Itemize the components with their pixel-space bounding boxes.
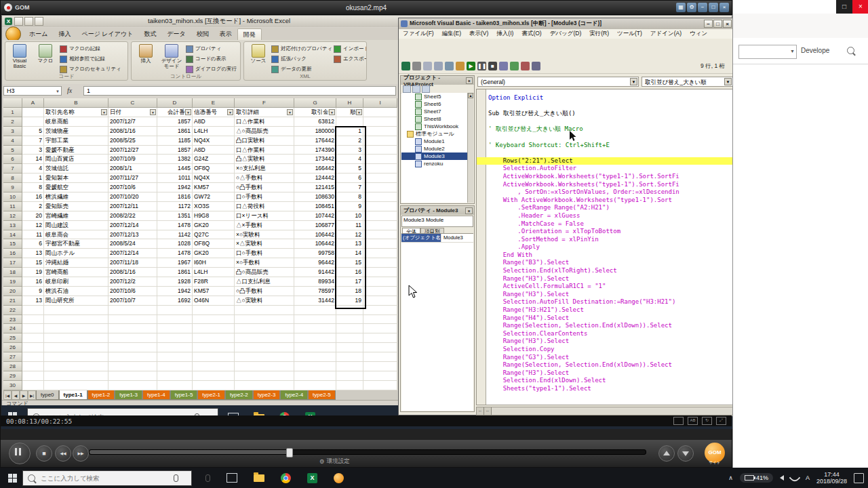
- cell[interactable]: 31442: [294, 296, 336, 306]
- cell[interactable]: Q27C: [193, 230, 235, 240]
- save-icon[interactable]: [14, 17, 23, 26]
- code-line[interactable]: Range(Selection, Selection.End(xlDown)).…: [488, 322, 732, 330]
- cell[interactable]: A8D: [193, 146, 235, 155]
- visual-basic-button[interactable]: Visual Basic: [7, 43, 32, 73]
- row-header-26[interactable]: 26: [3, 343, 22, 352]
- close-icon[interactable]: ×: [852, 0, 868, 14]
- cell[interactable]: 2: [22, 202, 44, 211]
- expansion-packs-button[interactable]: 拡張パック: [271, 54, 332, 64]
- code-line[interactable]: With ActiveWorkbook.Worksheets("type1-1"…: [488, 197, 732, 205]
- cell[interactable]: [157, 371, 193, 381]
- cell[interactable]: [363, 221, 397, 230]
- row-header-11[interactable]: 11: [3, 202, 22, 211]
- filter-button[interactable]: ▼: [150, 109, 156, 115]
- vba-toolbar-icon-6[interactable]: ▶: [467, 62, 475, 70]
- cell[interactable]: 2007/10/6: [108, 183, 157, 192]
- cell[interactable]: [44, 352, 108, 362]
- cell[interactable]: 176442: [294, 136, 336, 146]
- project-item-Sheet6[interactable]: Sheet6: [401, 100, 468, 108]
- cell[interactable]: 17: [336, 277, 363, 287]
- cell[interactable]: [193, 352, 235, 362]
- cell[interactable]: [363, 136, 397, 146]
- cell[interactable]: 口○手数料: [235, 249, 294, 258]
- maximize-icon[interactable]: □: [836, 0, 852, 14]
- vba-menu-7[interactable]: ツール(T): [613, 30, 646, 38]
- code-line[interactable]: ActiveCell.FormulaR1C1 = "1": [488, 283, 732, 291]
- cell[interactable]: 91442: [294, 268, 336, 277]
- cell[interactable]: [363, 343, 397, 352]
- vba-toolbar-icon-1[interactable]: [412, 62, 421, 70]
- cell[interactable]: 16: [22, 192, 44, 202]
- cell[interactable]: [157, 333, 193, 343]
- code-line[interactable]: .MatchCase = False: [488, 220, 732, 228]
- cell[interactable]: [157, 381, 193, 390]
- sheet-tab-type0[interactable]: type0: [36, 390, 59, 400]
- cell[interactable]: 信憑番号▼: [193, 108, 235, 117]
- cell[interactable]: [22, 381, 44, 390]
- cell[interactable]: 愛知販売: [44, 202, 108, 211]
- code-editor[interactable]: Option Explicit Sub 取引並び替え_大きい順() ' 取引並び…: [476, 89, 732, 405]
- cell[interactable]: KM57: [193, 287, 235, 296]
- cell[interactable]: [44, 333, 108, 343]
- task-view-button[interactable]: [226, 473, 237, 483]
- cell[interactable]: 19: [336, 296, 363, 306]
- property-name[interactable]: (オブジェクト名): [401, 234, 441, 242]
- cell[interactable]: [108, 381, 157, 390]
- cell[interactable]: [157, 343, 193, 352]
- cell[interactable]: 3: [22, 146, 44, 155]
- export-button[interactable]: エクスポート: [334, 54, 366, 64]
- screen-mode-icon[interactable]: [673, 417, 684, 425]
- cell[interactable]: 19: [22, 268, 44, 277]
- cell[interactable]: [336, 371, 363, 381]
- code-line[interactable]: Range("H3").Select: [488, 275, 732, 283]
- cell[interactable]: 口△荷役料: [235, 202, 294, 211]
- code-line[interactable]: Selection.ClearContents: [488, 330, 732, 338]
- split-handle-icon[interactable]: ⇔: [484, 407, 492, 415]
- redo-icon[interactable]: [35, 17, 43, 26]
- cell[interactable]: [44, 306, 108, 315]
- cell[interactable]: 凸△実験料: [235, 155, 294, 164]
- cell[interactable]: 口○手数料: [235, 192, 294, 202]
- gom-taskbar-button[interactable]: [334, 473, 344, 483]
- row-header-6[interactable]: 6: [3, 155, 22, 164]
- filter-button[interactable]: ▼: [227, 109, 233, 115]
- column-header-B[interactable]: B: [44, 98, 108, 108]
- cell[interactable]: 1: [22, 174, 44, 183]
- cell[interactable]: [336, 324, 363, 333]
- code-line[interactable]: [488, 118, 732, 126]
- cell[interactable]: [235, 333, 294, 343]
- vba-titlebar[interactable]: Microsoft Visual Basic - taiken03_mihon.…: [399, 18, 732, 29]
- settings-icon[interactable]: ⚙: [687, 3, 696, 12]
- vba-menu-2[interactable]: 表示(V): [465, 30, 492, 38]
- cell[interactable]: [363, 296, 397, 306]
- cell[interactable]: H9G8: [193, 211, 235, 221]
- cell[interactable]: [363, 287, 397, 296]
- taskbar-search-input[interactable]: [39, 474, 168, 483]
- cell[interactable]: 13: [22, 296, 44, 306]
- insert-control-button[interactable]: 挿入: [134, 43, 158, 73]
- cell[interactable]: 2007/11/27: [108, 174, 157, 183]
- cell[interactable]: [108, 371, 157, 381]
- cell[interactable]: OF8Q: [193, 239, 235, 249]
- row-header-16[interactable]: 16: [3, 249, 22, 258]
- cell[interactable]: [363, 315, 397, 325]
- cell[interactable]: L4LH: [193, 268, 235, 277]
- row-header-23[interactable]: 23: [3, 315, 22, 325]
- refresh-data-button[interactable]: データの更新: [271, 64, 332, 74]
- cell[interactable]: [363, 381, 397, 390]
- cell[interactable]: 180000: [294, 127, 336, 136]
- cell[interactable]: [363, 146, 397, 155]
- cell[interactable]: [235, 324, 294, 333]
- sheet-tab-type2-3[interactable]: type2-3: [253, 390, 281, 400]
- cell[interactable]: 108630: [294, 192, 336, 202]
- cell[interactable]: GW72: [193, 192, 235, 202]
- cell[interactable]: ○凸手数料: [235, 183, 294, 192]
- vba-toolbar-icon-12[interactable]: [532, 62, 540, 70]
- cell[interactable]: [363, 117, 397, 127]
- row-header-10[interactable]: 10: [3, 192, 22, 202]
- chrome-button[interactable]: [281, 473, 291, 483]
- cell[interactable]: 2007/12/2: [108, 277, 157, 287]
- cell[interactable]: [363, 202, 397, 211]
- cell[interactable]: 宮崎繊維: [44, 211, 108, 221]
- cell[interactable]: 会計番号▼: [157, 108, 193, 117]
